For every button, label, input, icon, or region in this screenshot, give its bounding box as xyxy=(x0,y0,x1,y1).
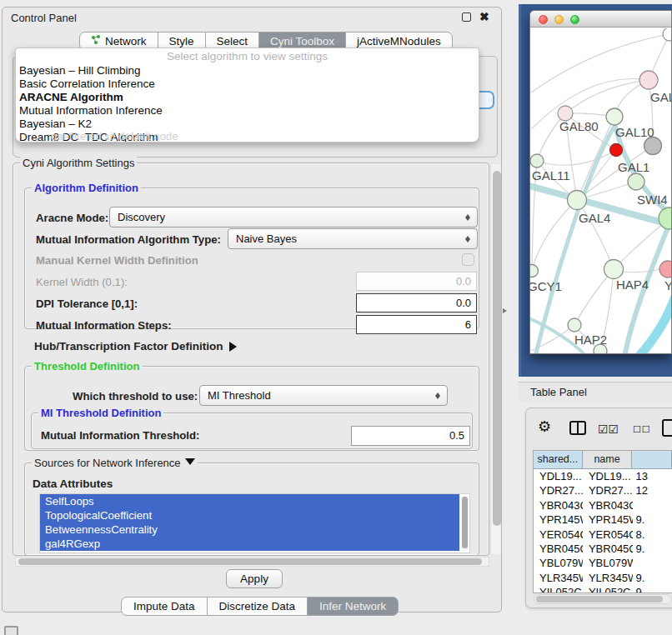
tab-discretize-data[interactable]: Discretize Data xyxy=(207,597,308,616)
table-row[interactable]: YBR043CYBR043C xyxy=(534,498,672,512)
aracne-mode-value: Discovery xyxy=(118,211,165,223)
list-scrollbar-thumb[interactable] xyxy=(462,497,468,548)
network-node[interactable] xyxy=(604,260,624,279)
sources-legend[interactable]: Sources for Network Inference xyxy=(32,457,198,470)
network-node[interactable] xyxy=(639,71,658,89)
network-node[interactable] xyxy=(663,28,671,41)
table-cell: 13 xyxy=(633,469,672,483)
mi-type-select[interactable]: Naive Bayes xyxy=(228,228,478,249)
which-threshold-value: MI Threshold xyxy=(208,389,271,402)
column-header[interactable]: shared... xyxy=(534,451,583,468)
float-window-icon[interactable] xyxy=(462,12,471,22)
network-node[interactable] xyxy=(530,265,539,278)
data-attributes-label: Data Attributes xyxy=(33,478,113,490)
algorithm-option[interactable]: Bayesian – Hill Climbing xyxy=(16,64,479,78)
dpi-tolerance-field[interactable]: 0.0 xyxy=(356,293,477,312)
zoom-traffic-light-icon[interactable] xyxy=(570,15,579,24)
attribute-item[interactable]: TopologicalCoefficient xyxy=(40,508,459,522)
network-node[interactable] xyxy=(610,144,623,157)
mi-steps-label: Mutual Information Steps: xyxy=(36,319,172,332)
settings-vscroll-thumb[interactable] xyxy=(493,171,501,526)
aracne-mode-select[interactable]: Discovery xyxy=(109,207,478,228)
table-row[interactable]: YDL19...YDL19...13 xyxy=(534,469,672,483)
which-threshold-select[interactable]: MI Threshold xyxy=(199,385,448,406)
stepper-arrows-icon xyxy=(465,212,471,223)
node-label: HAP2 xyxy=(574,332,607,347)
network-window-titlebar[interactable] xyxy=(530,11,671,28)
node-label: GAL10 xyxy=(615,125,654,139)
attribute-item[interactable]: BetweennessCentrality xyxy=(40,522,459,537)
close-traffic-light-icon[interactable] xyxy=(539,15,548,24)
column-header[interactable]: name xyxy=(583,451,633,468)
tab-impute-data[interactable]: Impute Data xyxy=(121,597,208,616)
table-row[interactable]: YDR27...YDR27...12 xyxy=(534,483,672,498)
algorithm-option[interactable]: Basic Correlation Inference xyxy=(16,78,479,91)
table-row[interactable]: YPR145WYPR145W9. xyxy=(534,512,672,527)
table-cell: 9. xyxy=(633,571,672,585)
tab-infer-network[interactable]: Infer Network xyxy=(307,597,399,616)
network-edge[interactable] xyxy=(565,80,649,113)
aracne-mode-label: Aracne Mode: xyxy=(36,212,108,224)
hub-definition-toggle[interactable]: Hub/Transcription Factor Definition xyxy=(34,340,242,352)
stepper-arrows-icon xyxy=(465,233,471,245)
table-row[interactable]: YLR345WYLR345W9. xyxy=(534,571,672,585)
table-hscroll-thumb[interactable] xyxy=(536,596,663,602)
network-graph[interactable]: GALGAL80GAL10GAL11GAL1SWI4GAL4GCY1HAP4YH… xyxy=(530,28,671,353)
column-header[interactable] xyxy=(632,451,672,468)
manual-kernel-checkbox[interactable] xyxy=(462,253,474,266)
apply-button[interactable]: Apply xyxy=(226,569,283,588)
table-cell: 12 xyxy=(633,483,672,498)
mi-steps-field[interactable]: 6 xyxy=(356,315,477,334)
attribute-item[interactable]: SelfLoops xyxy=(40,494,459,508)
network-node[interactable] xyxy=(568,318,581,332)
data-attributes-list[interactable]: SelfLoopsTopologicalCoefficientBetweenne… xyxy=(39,493,470,553)
network-edge[interactable] xyxy=(537,150,616,165)
columns-icon[interactable] xyxy=(569,421,586,435)
control-panel-titlebar: Control Panel ✖ xyxy=(3,8,501,28)
node-label: Y xyxy=(664,278,671,292)
dock-panel-icon[interactable] xyxy=(4,626,18,635)
mi-type-label: Mutual Information Algorithm Type: xyxy=(36,233,221,246)
table-row[interactable]: YBR045CYBR045C9. xyxy=(534,542,672,556)
node-label: SWI4 xyxy=(637,192,668,207)
table-cell: YLR345W xyxy=(534,571,583,585)
network-canvas[interactable]: GALGAL80GAL10GAL11GAL1SWI4GAL4GCY1HAP4YH… xyxy=(530,28,671,353)
list-scrollbar[interactable] xyxy=(461,496,469,551)
settings-vertical-scrollbar[interactable] xyxy=(490,164,501,554)
control-panel-title: Control Panel xyxy=(11,12,77,24)
table-function-icon[interactable] xyxy=(662,419,672,437)
network-node[interactable] xyxy=(644,138,662,155)
table-cell xyxy=(633,498,672,512)
table-row[interactable]: YIL052CYIL052C9. xyxy=(534,585,672,593)
settings-hscroll-thumb[interactable] xyxy=(18,558,482,565)
table-cell: 9. xyxy=(633,542,672,556)
table-panel-title: Table Panel xyxy=(530,386,587,398)
table-cell: YER054C xyxy=(534,528,583,542)
network-edge-thick[interactable] xyxy=(638,294,671,353)
algorithm-option[interactable]: Bayesian – K2 xyxy=(16,118,479,131)
mi-threshold-field[interactable]: 0.5 xyxy=(351,426,470,446)
deselect-all-columns-icon[interactable]: ☐☐ xyxy=(633,424,651,435)
algorithm-dropdown-prompt: Select algorithm to view settings xyxy=(16,48,479,64)
table-horizontal-scrollbar[interactable] xyxy=(534,594,672,604)
minimize-traffic-light-icon[interactable] xyxy=(554,15,564,24)
close-icon[interactable]: ✖ xyxy=(479,10,489,23)
node-table: shared...name YDL19...YDL19...13YDR27...… xyxy=(533,450,672,593)
network-node[interactable] xyxy=(628,173,644,190)
select-all-columns-icon[interactable]: ☑☑ xyxy=(598,422,619,436)
network-node[interactable] xyxy=(530,154,544,168)
table-cell: YER054C xyxy=(583,528,633,542)
gear-icon[interactable]: ⚙ xyxy=(538,418,551,436)
network-node[interactable] xyxy=(606,108,623,125)
network-node[interactable] xyxy=(659,261,671,278)
table-row[interactable]: YBL079WYBL079W xyxy=(534,556,672,570)
network-selector-combo-fragment[interactable] xyxy=(477,91,494,109)
table-cell: YBR043C xyxy=(583,498,633,512)
panel-splitter-grip[interactable] xyxy=(503,308,509,313)
attribute-item[interactable]: gal4RGexp xyxy=(40,537,459,551)
algorithm-option[interactable]: Mutual Information Inference xyxy=(16,104,479,118)
settings-horizontal-scrollbar[interactable] xyxy=(15,557,489,567)
table-row[interactable]: YER054CYER054C8. xyxy=(534,528,672,542)
algorithm-option[interactable]: ARACNE Algorithm xyxy=(16,91,479,104)
network-node[interactable] xyxy=(568,191,587,210)
